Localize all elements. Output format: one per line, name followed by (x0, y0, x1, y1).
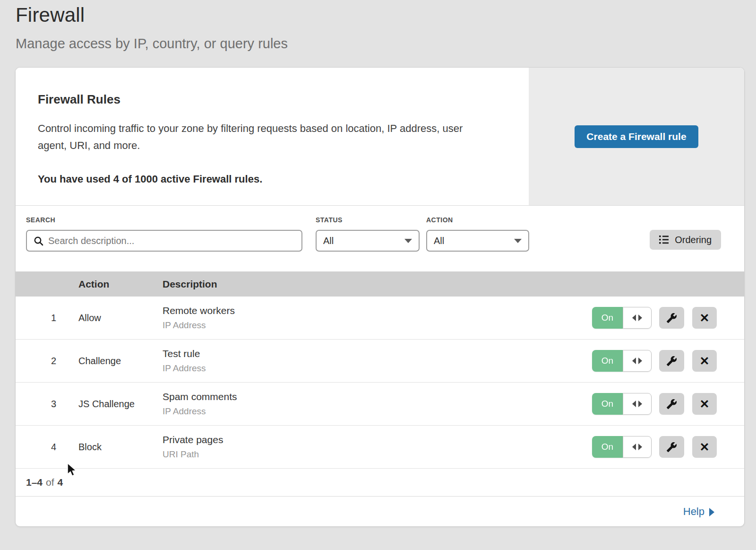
edit-rule-button[interactable] (659, 393, 684, 415)
status-select[interactable]: All (316, 230, 420, 252)
help-link-label: Help (683, 506, 704, 518)
rule-enabled-toggle[interactable]: On (592, 436, 652, 458)
rule-action: Allow (78, 313, 163, 323)
page-header: Firewall Manage access by IP, country, o… (16, 4, 288, 52)
toggle-on-label: On (592, 307, 623, 329)
delete-rule-button[interactable]: ✕ (692, 307, 717, 329)
pagination-range: 1–4 (26, 477, 43, 488)
action-filter-group: ACTION All (426, 216, 529, 252)
rule-description: Private pages (163, 434, 592, 445)
firewall-rules-card: Firewall Rules Control incoming traffic … (16, 68, 744, 526)
create-firewall-rule-button[interactable]: Create a Firewall rule (575, 125, 698, 148)
rule-controls: On ✕ (592, 307, 744, 329)
close-icon: ✕ (700, 354, 710, 368)
close-icon: ✕ (700, 440, 710, 454)
table-row: 2 Challenge Test rule IP Address On ✕ (16, 340, 744, 383)
search-field-wrap (26, 230, 302, 252)
arrow-right-icon (709, 508, 714, 516)
toggle-on-label: On (592, 350, 623, 372)
usage-summary: You have used 4 of 1000 active Firewall … (38, 173, 510, 185)
rule-description-cell: Remote workers IP Address (163, 305, 592, 331)
rule-number: 4 (16, 442, 78, 453)
left-right-arrows-icon (623, 307, 652, 329)
rule-match-type: IP Address (163, 320, 592, 331)
rule-description: Test rule (163, 348, 592, 359)
rule-action: Challenge (78, 356, 163, 367)
action-select[interactable]: All (426, 230, 529, 252)
delete-rule-button[interactable]: ✕ (692, 350, 717, 372)
column-action: Action (78, 279, 163, 290)
help-link[interactable]: Help (683, 506, 714, 518)
rule-controls: On ✕ (592, 350, 744, 372)
rule-description-cell: Private pages URI Path (163, 434, 592, 460)
search-input[interactable] (48, 236, 295, 246)
search-label: SEARCH (26, 216, 302, 224)
close-icon: ✕ (700, 397, 710, 411)
rule-match-type: IP Address (163, 406, 592, 417)
page-title: Firewall (16, 4, 288, 26)
rule-controls: On ✕ (592, 436, 744, 458)
action-selected-value: All (434, 236, 444, 246)
rule-action: Block (78, 442, 163, 453)
delete-rule-button[interactable]: ✕ (692, 393, 717, 415)
table-row: 1 Allow Remote workers IP Address On ✕ (16, 297, 744, 340)
table-header: Action Description (16, 271, 744, 297)
table-row: 3 JS Challenge Spam comments IP Address … (16, 383, 744, 426)
left-right-arrows-icon (623, 393, 652, 415)
rule-action: JS Challenge (78, 399, 163, 410)
close-icon: ✕ (700, 311, 710, 325)
rule-number: 3 (16, 399, 78, 410)
table-row: 4 Block Private pages URI Path On ✕ (16, 426, 744, 469)
ordering-button[interactable]: Ordering (650, 230, 721, 250)
card-footer: Help (16, 497, 744, 526)
wrench-icon (666, 313, 677, 323)
status-filter-group: STATUS All (316, 216, 420, 252)
pagination-total: 4 (58, 477, 63, 488)
rule-enabled-toggle[interactable]: On (592, 393, 652, 415)
filters-bar: SEARCH STATUS All ACTION All (16, 206, 744, 271)
status-selected-value: All (323, 236, 334, 246)
action-label: ACTION (426, 216, 529, 224)
section-heading: Firewall Rules (38, 92, 510, 107)
rule-number: 2 (16, 356, 78, 367)
edit-rule-button[interactable] (659, 350, 684, 372)
left-right-arrows-icon (623, 350, 652, 372)
edit-rule-button[interactable] (659, 307, 684, 329)
create-rule-panel: Create a Firewall rule (529, 68, 744, 205)
section-description: Control incoming traffic to your zone by… (38, 120, 491, 154)
left-right-arrows-icon (623, 436, 652, 458)
rule-match-type: IP Address (163, 363, 592, 374)
rule-enabled-toggle[interactable]: On (592, 307, 652, 329)
search-filter-group: SEARCH (26, 216, 302, 252)
rule-enabled-toggle[interactable]: On (592, 350, 652, 372)
chevron-down-icon (404, 239, 412, 243)
rule-description-cell: Test rule IP Address (163, 348, 592, 374)
rule-match-type: URI Path (163, 449, 592, 460)
rule-description-cell: Spam comments IP Address (163, 391, 592, 417)
wrench-icon (666, 442, 677, 453)
toggle-on-label: On (592, 436, 623, 458)
wrench-icon (666, 356, 677, 367)
chevron-down-icon (514, 239, 522, 243)
rule-description: Spam comments (163, 391, 592, 402)
overview-text-block: Firewall Rules Control incoming traffic … (16, 68, 529, 205)
rule-description: Remote workers (163, 305, 592, 316)
edit-rule-button[interactable] (659, 436, 684, 458)
wrench-icon (666, 399, 677, 410)
toggle-on-label: On (592, 393, 623, 415)
rule-controls: On ✕ (592, 393, 744, 415)
overview-section: Firewall Rules Control incoming traffic … (16, 68, 744, 206)
status-label: STATUS (316, 216, 420, 224)
pagination-bar: 1–4 of 4 (16, 469, 744, 497)
column-description: Description (163, 279, 592, 290)
ordered-list-icon (659, 235, 670, 244)
rule-number: 1 (16, 313, 78, 323)
pagination-of-label: of (46, 477, 54, 488)
delete-rule-button[interactable]: ✕ (692, 436, 717, 458)
page-subtitle: Manage access by IP, country, or query r… (16, 36, 288, 52)
ordering-button-label: Ordering (675, 235, 712, 245)
search-icon (34, 236, 43, 246)
